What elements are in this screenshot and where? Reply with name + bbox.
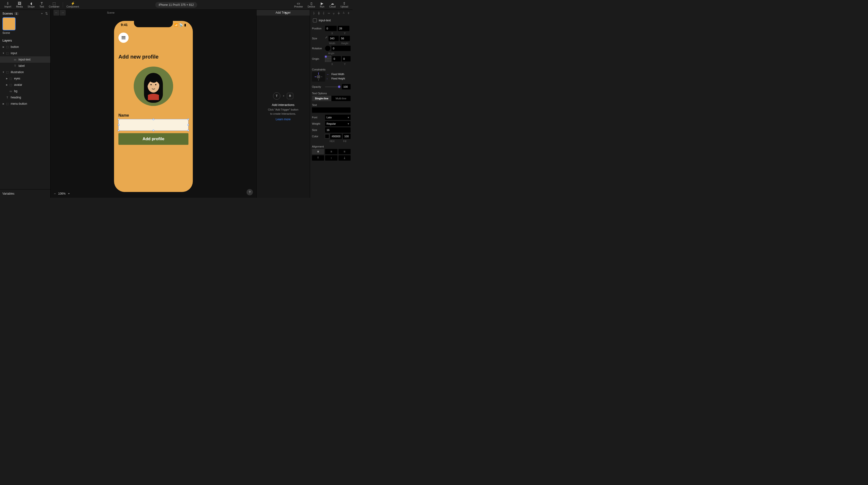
variables-header[interactable]: Variables bbox=[0, 189, 50, 198]
menu-button[interactable] bbox=[118, 33, 129, 43]
zoom-out-button[interactable]: − bbox=[54, 192, 56, 195]
single-line-button[interactable]: Single-line bbox=[312, 96, 331, 101]
text-valign-middle[interactable]: ↕ bbox=[325, 155, 337, 161]
layer-row-heading[interactable]: Theading bbox=[0, 94, 50, 101]
weight-select[interactable]: Regular bbox=[325, 121, 351, 126]
text-align-right[interactable]: ≡ bbox=[338, 149, 351, 154]
resize-handle[interactable] bbox=[153, 130, 154, 131]
fixed-height-toggle[interactable]: ↕Fixed Height bbox=[327, 76, 351, 81]
caret-icon[interactable]: ▶ bbox=[5, 84, 8, 86]
canvas-top: ← → Scene bbox=[51, 10, 256, 15]
align-bottom-icon[interactable]: ┴ bbox=[342, 11, 346, 15]
nav-forward-button[interactable]: → bbox=[60, 10, 66, 15]
add-trigger-button[interactable]: Add Trigger bbox=[256, 10, 310, 15]
align-center-v-icon[interactable]: ╪ bbox=[337, 11, 341, 15]
caret-icon[interactable]: ▶ bbox=[2, 46, 5, 48]
preview-label: Preview bbox=[294, 5, 303, 8]
align-left-icon[interactable]: ├ bbox=[312, 11, 316, 15]
height-input[interactable] bbox=[340, 36, 350, 41]
text-value-input[interactable] bbox=[312, 107, 351, 113]
constraint-visual[interactable] bbox=[312, 72, 325, 82]
name-label[interactable]: Name bbox=[118, 113, 129, 118]
caret-icon[interactable]: ▼ bbox=[2, 71, 5, 73]
scene-crumb[interactable]: Scene bbox=[107, 11, 115, 14]
add-scene-icon[interactable]: + bbox=[41, 12, 43, 15]
resize-handle[interactable] bbox=[153, 119, 154, 120]
layer-row-menu-button[interactable]: ▶⬚menu-button bbox=[0, 101, 50, 107]
resize-handle[interactable] bbox=[118, 130, 119, 131]
distribute-h-icon[interactable]: ⇿ bbox=[327, 11, 331, 15]
width-input[interactable] bbox=[329, 36, 339, 41]
help-button[interactable]: ? bbox=[247, 189, 253, 195]
resize-handle[interactable] bbox=[118, 124, 119, 126]
distribute-v-icon[interactable]: ⇳ bbox=[347, 11, 351, 15]
component-button[interactable]: ⚡Component bbox=[64, 0, 82, 9]
device-button[interactable]: ▯Device bbox=[305, 0, 317, 9]
avatar-illustration[interactable] bbox=[134, 67, 173, 106]
shape-button[interactable]: ◖Shape bbox=[25, 0, 37, 9]
align-right-icon[interactable]: ┤ bbox=[322, 11, 326, 15]
scene-thumbnail[interactable] bbox=[2, 17, 16, 30]
origin-grid[interactable] bbox=[325, 56, 331, 62]
opacity-input[interactable] bbox=[342, 84, 351, 89]
layer-row-bg[interactable]: ▭bg bbox=[0, 88, 50, 94]
text-valign-bottom[interactable]: ⤓ bbox=[338, 155, 351, 161]
resize-handle[interactable] bbox=[187, 130, 189, 131]
origin-y-input[interactable] bbox=[342, 56, 351, 62]
fixed-width-toggle[interactable]: ↔Fixed Width bbox=[327, 72, 351, 76]
selected-name[interactable]: input-text bbox=[319, 19, 331, 22]
device-info[interactable]: iPhone 11 Pro/X 375 × 812 bbox=[155, 2, 197, 8]
layer-row-label[interactable]: Tlabel bbox=[0, 63, 50, 69]
lock-icon[interactable]: ⤢ bbox=[325, 36, 328, 41]
layer-row-illustration[interactable]: ▼⬚illustration bbox=[0, 69, 50, 75]
align-center-h-icon[interactable]: ╫ bbox=[317, 11, 321, 15]
learn-more-link[interactable]: Learn more bbox=[256, 118, 310, 121]
opacity-slider[interactable] bbox=[325, 87, 340, 87]
media-button[interactable]: 🖼Media bbox=[13, 0, 25, 9]
text-align-left[interactable]: ≡ bbox=[312, 149, 324, 154]
preview-button[interactable]: ▭Preview bbox=[292, 0, 305, 9]
page-heading[interactable]: Add new profile bbox=[118, 54, 158, 60]
layer-row-eyes[interactable]: ▶⬚eyes bbox=[0, 75, 50, 82]
caret-icon[interactable]: ▶ bbox=[5, 77, 8, 80]
layer-row-input-text[interactable]: ▭input-text bbox=[0, 56, 50, 63]
position-x-input[interactable] bbox=[325, 26, 337, 31]
add-profile-button[interactable]: Add profile bbox=[118, 133, 188, 145]
zoom-value[interactable]: 106% bbox=[58, 192, 66, 195]
upload-button[interactable]: ⇧Upload bbox=[338, 0, 351, 9]
color-fill-input[interactable] bbox=[343, 134, 351, 139]
cloud-button[interactable]: ☁Cloud bbox=[327, 0, 338, 9]
layer-row-button[interactable]: ▶⬚button bbox=[0, 44, 50, 50]
scene-settings-icon[interactable]: ⇅ bbox=[45, 12, 48, 15]
position-y-input[interactable] bbox=[338, 26, 349, 31]
container-button[interactable]: ⬚Container bbox=[46, 0, 62, 9]
resize-handle[interactable] bbox=[187, 124, 189, 126]
caret-icon[interactable]: ▶ bbox=[2, 102, 5, 105]
text-align-center[interactable]: ≡ bbox=[325, 149, 337, 154]
run-button[interactable]: ▶Run bbox=[317, 0, 327, 9]
nav-back-button[interactable]: ← bbox=[54, 10, 59, 15]
text-valign-top[interactable]: ⤒ bbox=[312, 155, 324, 161]
import-button[interactable]: ⇩Import bbox=[2, 0, 13, 9]
resize-handle[interactable] bbox=[187, 119, 189, 120]
layer-row-input[interactable]: ▼⬚input bbox=[0, 50, 50, 56]
resize-handle[interactable] bbox=[118, 119, 119, 120]
caret-icon[interactable]: ▼ bbox=[2, 52, 5, 55]
font-select[interactable]: Lato bbox=[325, 115, 351, 120]
align-top-icon[interactable]: ┬ bbox=[332, 11, 336, 15]
cloud-icon: ☁ bbox=[331, 1, 334, 5]
scene-name[interactable]: Scene bbox=[2, 31, 48, 34]
rotation-knob[interactable] bbox=[325, 46, 331, 51]
canvas-area[interactable]: ← → Scene 9:41 📶 📡 ▮ Add new profile bbox=[51, 10, 256, 198]
layer-row-avatar[interactable]: ▶⬚avatar bbox=[0, 82, 50, 88]
color-swatch[interactable] bbox=[325, 134, 329, 138]
font-size-input[interactable] bbox=[325, 127, 351, 133]
rotation-input[interactable] bbox=[331, 46, 351, 51]
text-button[interactable]: TText bbox=[37, 0, 46, 9]
color-hex-input[interactable] bbox=[330, 134, 342, 139]
name-input-field[interactable] bbox=[118, 119, 188, 131]
zoom-in-button[interactable]: + bbox=[68, 192, 70, 195]
multi-line-button[interactable]: Multi-line bbox=[331, 96, 351, 101]
origin-x-input[interactable] bbox=[332, 56, 341, 62]
svg-point-3 bbox=[155, 84, 156, 85]
